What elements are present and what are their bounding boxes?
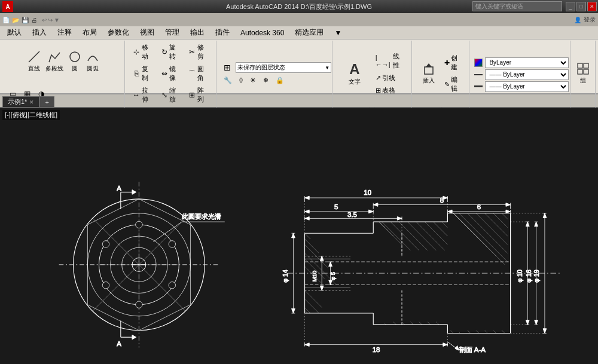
maximize-button[interactable]: □ xyxy=(576,2,586,11)
svg-marker-159 xyxy=(526,222,529,227)
color-select[interactable]: ByLayer xyxy=(485,57,569,68)
svg-point-35 xyxy=(102,282,109,288)
fillet-button[interactable]: ⌒ 圆角 xyxy=(186,63,213,84)
layer-color-button[interactable]: ☀ xyxy=(248,75,258,85)
svg-line-0 xyxy=(29,51,39,62)
mirror-icon: ⇔ xyxy=(160,69,168,78)
svg-marker-3 xyxy=(426,63,432,67)
copy-button[interactable]: ⎘ 复制 xyxy=(130,63,157,84)
svg-marker-134 xyxy=(506,210,511,213)
menu-manage[interactable]: 管理 xyxy=(160,26,184,39)
text-label: 文字 xyxy=(349,78,361,86)
drawing-canvas: A A xyxy=(0,108,598,364)
tab-close-button[interactable]: ✕ xyxy=(29,99,34,105)
arc-label: 圆弧 xyxy=(87,65,99,73)
svg-marker-139 xyxy=(397,217,402,221)
insert-block-button[interactable]: 插入 xyxy=(417,60,441,87)
layer-freeze-button[interactable]: ❄ xyxy=(261,75,271,85)
menu-more[interactable]: ▼ xyxy=(329,27,346,38)
layer-tools-button[interactable]: 🔧 xyxy=(221,75,234,85)
lineweight-icon xyxy=(474,85,483,87)
new-tab-icon: + xyxy=(45,99,48,106)
svg-text:此圆要求光滑: 此圆要求光滑 xyxy=(182,213,221,220)
qa-undo[interactable]: ↩ xyxy=(42,17,47,23)
scale-label: 缩放 xyxy=(169,86,182,104)
create-block-button[interactable]: ✚ 创建 xyxy=(442,53,466,73)
layer-num-button[interactable]: 0 xyxy=(237,76,245,85)
qa-new[interactable]: 📄 xyxy=(2,17,10,23)
leader-button[interactable]: ↗ 引线 xyxy=(373,72,408,84)
user-icon: 👤 xyxy=(574,17,581,23)
table-button[interactable]: ⊞ 表格 xyxy=(373,85,408,96)
window-controls: _ □ ✕ xyxy=(566,2,597,11)
svg-line-95 xyxy=(376,325,393,342)
doc-tab-example1[interactable]: 示例1* ✕ xyxy=(2,96,39,107)
dim-35-label: 3.5 xyxy=(347,211,357,218)
menu-layout[interactable]: 布局 xyxy=(78,26,102,39)
menu-view[interactable]: 视图 xyxy=(135,26,159,39)
svg-marker-129 xyxy=(369,210,374,213)
array-icon: ⊞ xyxy=(188,91,196,99)
svg-line-85 xyxy=(456,210,508,262)
menu-annotation[interactable]: 注释 xyxy=(53,26,77,39)
login-label[interactable]: 登录 xyxy=(584,16,596,24)
linetype-icon xyxy=(474,74,483,75)
linetype-select[interactable]: —— ByLayer xyxy=(485,69,569,80)
qa-open[interactable]: 📂 xyxy=(12,17,19,23)
svg-point-32 xyxy=(169,241,175,247)
search-box[interactable]: 键入关键字或短语 xyxy=(472,1,562,11)
edit-block-button[interactable]: ✎ 编辑 xyxy=(442,74,466,94)
polyline-button[interactable]: 多段线 xyxy=(44,48,65,75)
rotate-button[interactable]: ↻ 旋转 xyxy=(158,42,185,62)
menu-insert[interactable]: 插入 xyxy=(28,26,51,39)
svg-point-36 xyxy=(102,241,109,247)
minimize-button[interactable]: _ xyxy=(566,2,575,11)
insert-label: 插入 xyxy=(423,77,435,85)
menu-default[interactable]: 默认 xyxy=(2,26,26,39)
stretch-button[interactable]: ↔ 拉伸 xyxy=(130,85,157,105)
svg-marker-150 xyxy=(320,286,324,290)
dim-6-label: 6 xyxy=(477,203,481,210)
edit-icon: ✎ xyxy=(444,81,450,88)
lineweight-select[interactable]: —— ByLayer xyxy=(485,81,569,92)
drawing-area[interactable]: [-][俯视][二维线框] A A xyxy=(0,108,598,364)
menu-a360[interactable]: Autodesk 360 xyxy=(236,27,289,38)
close-button[interactable]: ✕ xyxy=(587,2,597,11)
linear-label: 线性 xyxy=(393,52,405,70)
layer-dropdown[interactable]: 未保存的图层状态 ▼ xyxy=(236,62,331,73)
linear-dim-button[interactable]: |←→| 线性 xyxy=(373,51,408,71)
text-button[interactable]: A 文字 xyxy=(337,59,372,88)
svg-marker-183 xyxy=(455,346,459,351)
line-button[interactable]: 直线 xyxy=(26,48,42,75)
trim-button[interactable]: ✂ 修剪 xyxy=(186,42,213,62)
polyline-label: 多段线 xyxy=(45,65,63,73)
stretch-label: 拉伸 xyxy=(142,86,154,104)
svg-rect-7 xyxy=(584,69,588,74)
svg-text:A: A xyxy=(117,185,121,192)
array-button[interactable]: ⊞ 阵列 xyxy=(186,85,213,105)
group-button[interactable]: 组 xyxy=(575,60,591,87)
rotate-label: 旋转 xyxy=(169,43,182,61)
mirror-button[interactable]: ⇔ 镜像 xyxy=(158,63,185,84)
move-button[interactable]: ⊹ 移动 xyxy=(130,42,157,62)
menu-output[interactable]: 输出 xyxy=(185,26,209,39)
menu-param[interactable]: 参数化 xyxy=(103,26,134,39)
svg-marker-144 xyxy=(292,233,295,238)
layer-tools: ⊞ 未保存的图层状态 ▼ 🔧 0 ☀ ❄ 🔒 xyxy=(221,42,328,105)
qa-save[interactable]: 💾 xyxy=(22,17,29,23)
qa-extra[interactable]: ▼ xyxy=(54,17,60,23)
arc-button[interactable]: 圆弧 xyxy=(84,48,101,75)
menu-plugin[interactable]: 插件 xyxy=(210,26,234,39)
table-icon: ⊞ xyxy=(376,87,381,94)
layer-lock-button[interactable]: 🔒 xyxy=(273,75,286,85)
qa-print[interactable]: 🖨 xyxy=(31,17,37,23)
layer-props-button[interactable]: ⊞ xyxy=(221,62,233,74)
svg-line-96 xyxy=(385,323,447,364)
svg-line-71 xyxy=(379,219,411,250)
qa-redo[interactable]: ↪ xyxy=(48,17,53,23)
scale-button[interactable]: ⤡ 缩放 xyxy=(158,85,185,105)
circle-button[interactable]: 圆 xyxy=(66,48,83,75)
doc-tab-new[interactable]: + xyxy=(39,96,54,107)
modify-tools: ⊹ 移动 ↻ 旋转 ✂ 修剪 ⎘ 复制 ⇔ 镜像 xyxy=(130,42,212,105)
menu-featured[interactable]: 精选应用 xyxy=(290,26,328,39)
